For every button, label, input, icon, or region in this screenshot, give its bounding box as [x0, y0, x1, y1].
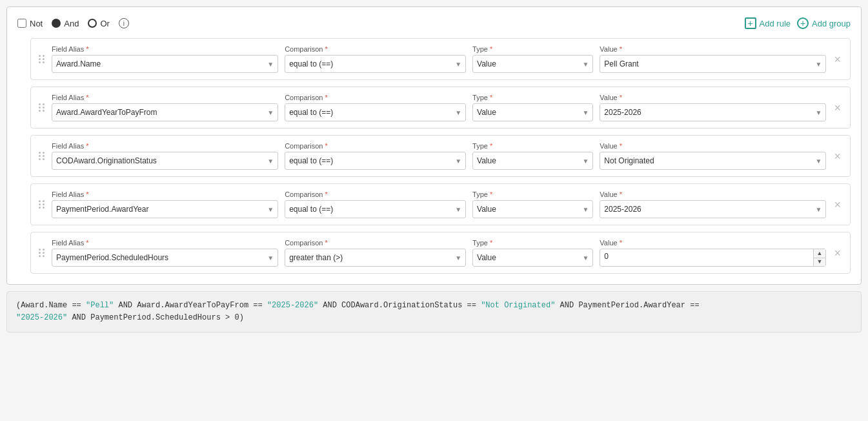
info-icon[interactable]: i	[119, 18, 129, 28]
drag-handle-2[interactable]	[39, 103, 45, 112]
code-string-1: "Pell"	[86, 301, 114, 310]
drag-handle-5[interactable]	[39, 249, 45, 257]
code-string-3: "Not Originated"	[481, 301, 555, 310]
code-mid-3: AND PaymentPeriod.AwardYear ==	[555, 301, 699, 310]
delete-button-1[interactable]: ×	[833, 52, 842, 67]
or-label: Or	[100, 19, 109, 28]
value-select-4[interactable]: 2025-2026 ▼	[600, 200, 826, 218]
value-label-3: Value *	[600, 142, 826, 150]
rule-card-3: Field Alias * CODAward.OriginationStatus…	[30, 135, 851, 177]
field-group-1: Field Alias * Award.Name ▼	[52, 45, 278, 73]
not-checkbox[interactable]: Not	[17, 19, 43, 28]
delete-button-2[interactable]: ×	[833, 101, 842, 115]
add-rule-label: Add rule	[760, 19, 791, 28]
field-value-5: PaymentPeriod.ScheduledHours	[56, 253, 265, 262]
type-select-2[interactable]: Value ▼	[472, 103, 593, 121]
value-group-3: Value * Not Originated ▼	[600, 142, 826, 170]
drag-dots-5	[39, 249, 45, 257]
value-group-2: Value * 2025-2026 ▼	[600, 94, 826, 121]
comparison-group-4: Comparison * equal to (==) ▼	[285, 190, 466, 218]
add-group-plus-icon: +	[797, 17, 809, 29]
add-rule-button[interactable]: + Add rule	[745, 17, 791, 29]
and-radio[interactable]: And	[52, 19, 79, 28]
type-value-4: Value	[477, 205, 580, 214]
field-select-1[interactable]: Award.Name ▼	[52, 55, 278, 73]
field-arrow-5: ▼	[267, 254, 274, 262]
field-arrow-2: ▼	[267, 109, 274, 116]
drag-dots-1	[39, 55, 45, 63]
comparison-select-2[interactable]: equal to (==) ▼	[285, 103, 466, 121]
comparison-group-3: Comparison * equal to (==) ▼	[285, 142, 466, 170]
field-group-3: Field Alias * CODAward.OriginationStatus…	[52, 142, 278, 170]
type-group-2: Type * Value ▼	[472, 94, 593, 121]
type-select-3[interactable]: Value ▼	[472, 152, 593, 170]
value-value-4: 2025-2026	[604, 205, 812, 214]
value-select-3[interactable]: Not Originated ▼	[600, 152, 826, 170]
value-group-4: Value * 2025-2026 ▼	[600, 190, 826, 218]
field-value-1: Award.Name	[56, 59, 265, 68]
code-mid-1: AND Award.AwardYearToPayFrom ==	[114, 301, 267, 310]
value-select-1[interactable]: Pell Grant ▼	[600, 55, 826, 73]
type-arrow-3: ▼	[582, 158, 589, 165]
comparison-value-1: equal to (==)	[289, 59, 452, 68]
drag-handle-3[interactable]	[39, 152, 45, 160]
type-select-1[interactable]: Value ▼	[472, 55, 593, 73]
not-label: Not	[30, 19, 43, 28]
drag-dots-2	[39, 103, 45, 112]
delete-button-4[interactable]: ×	[833, 198, 842, 212]
type-value-1: Value	[477, 59, 580, 68]
code-string-2: "2025-2026"	[267, 301, 318, 310]
toolbar: Not And Or i + Add rule + Add group	[17, 17, 851, 29]
not-checkbox-input[interactable]	[17, 19, 26, 28]
comparison-arrow-2: ▼	[455, 109, 461, 116]
field-select-5[interactable]: PaymentPeriod.ScheduledHours ▼	[52, 249, 278, 267]
type-select-4[interactable]: Value ▼	[472, 200, 593, 218]
comparison-label-1: Comparison *	[285, 45, 466, 53]
delete-button-5[interactable]: ×	[833, 246, 842, 260]
type-arrow-1: ▼	[582, 61, 589, 68]
comparison-label-5: Comparison *	[285, 239, 466, 247]
value-select-2[interactable]: 2025-2026 ▼	[600, 103, 826, 121]
code-mid-2: AND CODAward.OriginationStatus ==	[318, 301, 481, 310]
type-arrow-5: ▼	[582, 254, 589, 262]
comparison-select-5[interactable]: greater than (>) ▼	[285, 249, 466, 267]
type-value-3: Value	[477, 156, 580, 165]
value-value-1: Pell Grant	[604, 59, 812, 68]
field-arrow-4: ▼	[267, 206, 274, 213]
field-group-2: Field Alias * Award.AwardYearToPayFrom ▼	[52, 94, 278, 121]
spinner-controls-5: ▲ ▼	[813, 249, 826, 266]
comparison-label-3: Comparison *	[285, 142, 466, 150]
drag-dots-4	[39, 200, 45, 209]
add-group-button[interactable]: + Add group	[797, 17, 851, 29]
rule-card-1: Field Alias * Award.Name ▼ Comparison * …	[30, 38, 851, 80]
type-select-5[interactable]: Value ▼	[472, 249, 593, 267]
or-radio[interactable]: Or	[88, 19, 109, 28]
field-value-2: Award.AwardYearToPayFrom	[56, 108, 265, 117]
code-mid-4: AND PaymentPeriod.ScheduledHours > 0)	[67, 313, 244, 322]
type-group-4: Type * Value ▼	[472, 190, 593, 218]
drag-handle-1[interactable]	[39, 55, 45, 63]
comparison-select-1[interactable]: equal to (==) ▼	[285, 55, 466, 73]
rule-connector-4	[17, 183, 30, 225]
field-select-3[interactable]: CODAward.OriginationStatus ▼	[52, 152, 278, 170]
field-select-2[interactable]: Award.AwardYearToPayFrom ▼	[52, 103, 278, 121]
add-rule-plus-icon: +	[745, 17, 756, 29]
delete-button-3[interactable]: ×	[833, 149, 842, 163]
rule-card-5: Field Alias * PaymentPeriod.ScheduledHou…	[30, 232, 851, 274]
rule-connector-1	[17, 38, 30, 80]
and-label: And	[64, 19, 79, 28]
type-group-1: Type * Value ▼	[472, 45, 593, 73]
table-row: Field Alias * PaymentPeriod.ScheduledHou…	[17, 232, 851, 274]
drag-handle-4[interactable]	[39, 200, 45, 209]
comparison-group-5: Comparison * greater than (>) ▼	[285, 239, 466, 267]
spinner-up-5[interactable]: ▲	[814, 249, 826, 258]
table-row: Field Alias * Award.AwardYearToPayFrom ▼…	[17, 87, 851, 128]
spinner-down-5[interactable]: ▼	[814, 258, 826, 267]
toolbar-left: Not And Or i	[17, 18, 736, 28]
comparison-select-3[interactable]: equal to (==) ▼	[285, 152, 466, 170]
field-select-4[interactable]: PaymentPeriod.AwardYear ▼	[52, 200, 278, 218]
type-label-3: Type *	[472, 142, 593, 150]
comparison-select-4[interactable]: equal to (==) ▼	[285, 200, 466, 218]
comparison-label-2: Comparison *	[285, 94, 466, 101]
comparison-value-2: equal to (==)	[289, 108, 452, 117]
